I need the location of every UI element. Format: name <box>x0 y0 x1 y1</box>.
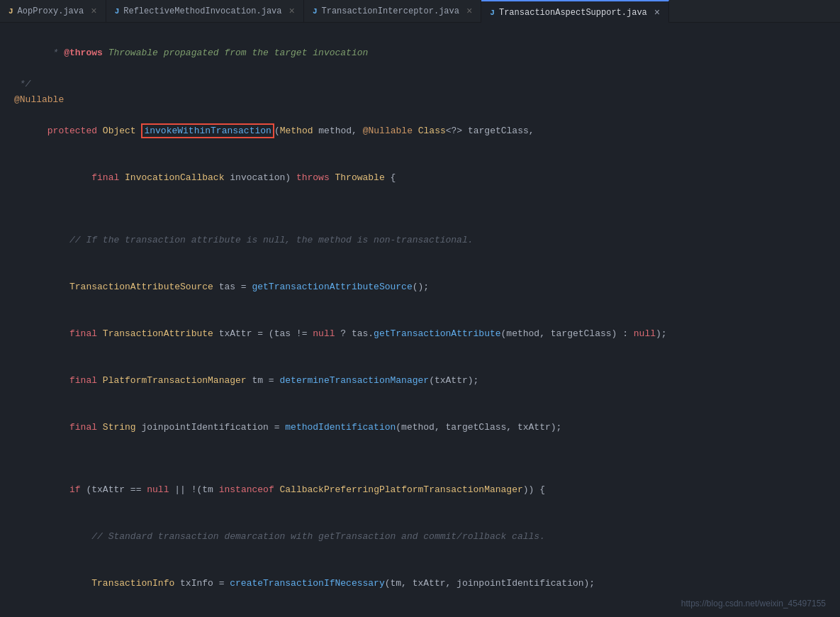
tab-label-reflective: ReflectiveMethodInvocation.java <box>123 6 281 16</box>
tab-reflective[interactable]: J ReflectiveMethodInvocation.java × <box>106 0 304 23</box>
code-line-9: final TransactionAttribute txAttr = (tas… <box>0 311 840 357</box>
watermark: https://blog.csdn.net/weixin_45497155 <box>681 599 826 608</box>
tab-aopproxy[interactable]: J AopProxy.java × <box>0 0 106 23</box>
code-line-4: protected Object invokeWithinTransaction… <box>0 108 840 155</box>
code-line-14: // Standard transaction demarcation with… <box>0 513 840 560</box>
tab-bar: J AopProxy.java × J ReflectiveMethodInvo… <box>0 0 840 23</box>
code-line-1: * @throws Throwable propagated from the … <box>0 30 840 77</box>
code-line-6 <box>0 201 840 217</box>
tab-icon-transactioninterceptor: J <box>313 7 318 16</box>
code-line-5: final InvocationCallback invocation) thr… <box>0 155 840 201</box>
code-line-16: Object retVal = null; <box>0 607 840 617</box>
tab-icon-reflective: J <box>115 7 120 16</box>
code-line-7: // If the transaction attribute is null,… <box>0 217 840 264</box>
tab-transactionaspectsupport[interactable]: J TransactionAspectSupport.java × <box>481 0 669 23</box>
code-line-13: if (txAttr == null || !(tm instanceof Ca… <box>0 467 840 513</box>
tab-close-reflective[interactable]: × <box>289 6 295 17</box>
tab-label-transactionaspectsupport: TransactionAspectSupport.java <box>499 8 647 18</box>
code-line-8: TransactionAttributeSource tas = getTran… <box>0 264 840 311</box>
code-line-2: */ <box>0 77 840 92</box>
code-area: * @throws Throwable propagated from the … <box>0 23 840 617</box>
tab-label-aopproxy: AopProxy.java <box>18 6 84 16</box>
code-line-11: final String joinpointIdentification = m… <box>0 404 840 451</box>
tab-label-transactioninterceptor: TransactionInterceptor.java <box>322 6 459 16</box>
tab-icon-aopproxy: J <box>9 7 13 16</box>
code-line-10: final PlatformTransactionManager tm = de… <box>0 357 840 404</box>
tab-transactioninterceptor[interactable]: J TransactionInterceptor.java × <box>304 0 481 23</box>
tab-close-transactioninterceptor[interactable]: × <box>466 6 472 17</box>
code-line-3: @Nullable <box>0 92 840 108</box>
tab-icon-transactionaspectsupport: J <box>490 9 495 17</box>
tab-close-transactionaspectsupport[interactable]: × <box>654 7 660 18</box>
tab-close-aopproxy[interactable]: × <box>91 6 96 17</box>
code-line-12 <box>0 451 840 467</box>
